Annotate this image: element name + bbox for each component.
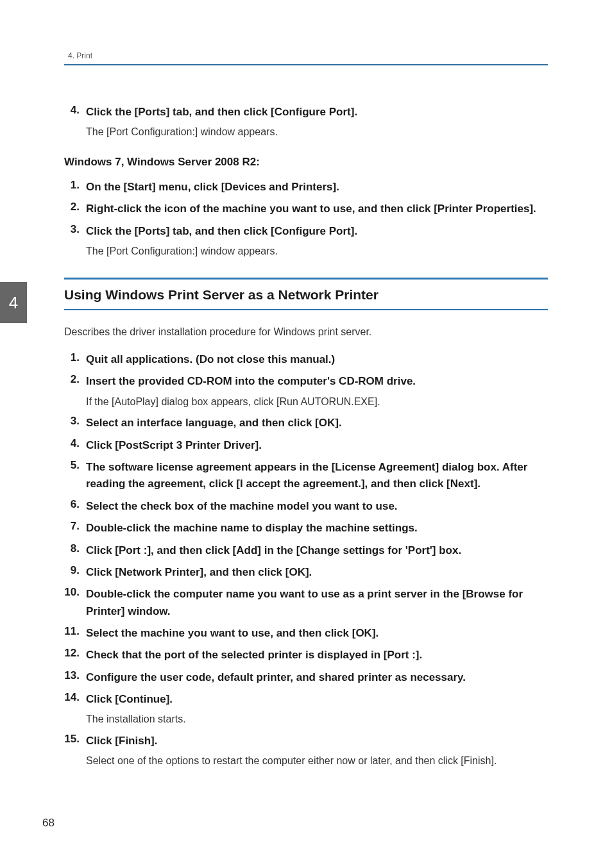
step-row: 13.Configure the user code, default prin…: [64, 669, 548, 686]
step-desc: The [Port Configuration:] window appears…: [86, 244, 548, 260]
step-body: Select the check box of the machine mode…: [86, 498, 548, 515]
step-number: 8.: [64, 542, 86, 559]
step-body: Check that the port of the selected prin…: [86, 647, 548, 664]
step-row: 6.Select the check box of the machine mo…: [64, 498, 548, 515]
step-title: Select an interface language, and then c…: [86, 415, 548, 431]
step-row: 15.Click [Finish].Select one of the opti…: [64, 733, 548, 769]
step-number: 14.: [64, 691, 86, 728]
step-row: 8.Click [Port :], and then click [Add] i…: [64, 542, 548, 559]
step-title: Select the machine you want to use, and …: [86, 625, 548, 642]
step-title: Click [Port :], and then click [Add] in …: [86, 542, 548, 559]
step-number: 3.: [64, 415, 86, 431]
step-title: Click [Continue].: [86, 691, 548, 708]
step-title: Check that the port of the selected prin…: [86, 647, 548, 664]
step-title: Quit all applications. (Do not close thi…: [86, 351, 548, 368]
step-number: 7.: [64, 520, 86, 537]
step-body: Select an interface language, and then c…: [86, 415, 548, 431]
step-body: Select the machine you want to use, and …: [86, 625, 548, 642]
step-number: 1.: [64, 179, 86, 196]
step-body: Double-click the machine name to display…: [86, 520, 548, 537]
step-row: 1.Quit all applications. (Do not close t…: [64, 351, 548, 368]
step-desc: The installation starts.: [86, 712, 548, 728]
step-body: Configure the user code, default printer…: [86, 669, 548, 686]
step-number: 11.: [64, 625, 86, 642]
section-intro: Describes the driver installation proced…: [64, 324, 548, 340]
step-body: Click [Finish].Select one of the options…: [86, 733, 548, 769]
step-row: 7.Double-click the machine name to displ…: [64, 520, 548, 537]
step-body: Insert the provided CD-ROM into the comp…: [86, 373, 548, 410]
step-row: 10.Double-click the computer name you wa…: [64, 586, 548, 620]
step-desc: The [Port Configuration:] window appears…: [86, 124, 548, 140]
step-row: 4.Click [PostScript 3 Printer Driver].: [64, 437, 548, 454]
step-row: 4. Click the [Ports] tab, and then click…: [64, 104, 548, 140]
step-number: 15.: [64, 733, 86, 769]
step-body: Click the [Ports] tab, and then click [C…: [86, 104, 548, 140]
step-body: Quit all applications. (Do not close thi…: [86, 351, 548, 368]
step-title: Click [PostScript 3 Printer Driver].: [86, 437, 548, 454]
step-title: Right-click the icon of the machine you …: [86, 201, 548, 217]
step-number: 4.: [64, 104, 86, 140]
step-row: 3. Click the [Ports] tab, and then click…: [64, 223, 548, 260]
step-body: Click [PostScript 3 Printer Driver].: [86, 437, 548, 454]
step-number: 13.: [64, 669, 86, 686]
step-body: Click [Network Printer], and then click …: [86, 564, 548, 581]
step-row: 2.Insert the provided CD-ROM into the co…: [64, 373, 548, 410]
step-row: 12.Check that the port of the selected p…: [64, 647, 548, 664]
step-number: 3.: [64, 223, 86, 260]
chapter-tab: 4: [0, 282, 27, 323]
running-head: 4. Print: [68, 51, 548, 60]
step-row: 5.The software license agreement appears…: [64, 459, 548, 493]
step-row: 11.Select the machine you want to use, a…: [64, 625, 548, 642]
step-title: The software license agreement appears i…: [86, 459, 548, 493]
header-rule: [64, 64, 548, 65]
step-row: 9.Click [Network Printer], and then clic…: [64, 564, 548, 581]
step-number: 5.: [64, 459, 86, 493]
sub-heading: Windows 7, Windows Server 2008 R2:: [64, 156, 548, 169]
step-title: Configure the user code, default printer…: [86, 669, 548, 686]
step-title: Double-click the computer name you want …: [86, 586, 548, 620]
step-body: Right-click the icon of the machine you …: [86, 201, 548, 217]
step-title: Click the [Ports] tab, and then click [C…: [86, 104, 548, 121]
step-number: 12.: [64, 647, 86, 664]
step-row: 14.Click [Continue].The installation sta…: [64, 691, 548, 728]
step-title: On the [Start] menu, click [Devices and …: [86, 179, 548, 196]
step-number: 2.: [64, 373, 86, 410]
step-number: 10.: [64, 586, 86, 620]
step-title: Select the check box of the machine mode…: [86, 498, 548, 515]
step-title: Click the [Ports] tab, and then click [C…: [86, 223, 548, 240]
steps-block-section: 1.Quit all applications. (Do not close t…: [64, 351, 548, 769]
step-number: 9.: [64, 564, 86, 581]
step-title: Double-click the machine name to display…: [86, 520, 548, 537]
page-number: 68: [42, 817, 55, 830]
step-number: 4.: [64, 437, 86, 454]
step-number: 6.: [64, 498, 86, 515]
step-number: 2.: [64, 201, 86, 217]
step-title: Click [Network Printer], and then click …: [86, 564, 548, 581]
steps-block-b: 1. On the [Start] menu, click [Devices a…: [64, 179, 548, 260]
page: 4. Print 4 4. Click the [Ports] tab, and…: [0, 0, 612, 868]
section-title: Using Windows Print Server as a Network …: [64, 280, 548, 309]
step-title: Click [Finish].: [86, 733, 548, 749]
step-body: Double-click the computer name you want …: [86, 586, 548, 620]
step-row: 2. Right-click the icon of the machine y…: [64, 201, 548, 217]
step-body: Click the [Ports] tab, and then click [C…: [86, 223, 548, 260]
step-body: The software license agreement appears i…: [86, 459, 548, 493]
step-body: On the [Start] menu, click [Devices and …: [86, 179, 548, 196]
section-rule-bottom: [64, 309, 548, 310]
step-row: 3.Select an interface language, and then…: [64, 415, 548, 431]
section-header: Using Windows Print Server as a Network …: [64, 278, 548, 310]
step-number: 1.: [64, 351, 86, 368]
step-desc: Select one of the options to restart the…: [86, 753, 548, 769]
step-title: Insert the provided CD-ROM into the comp…: [86, 373, 548, 390]
step-row: 1. On the [Start] menu, click [Devices a…: [64, 179, 548, 196]
step-desc: If the [AutoPlay] dialog box appears, cl…: [86, 394, 548, 410]
step-body: Click [Port :], and then click [Add] in …: [86, 542, 548, 559]
steps-block-a: 4. Click the [Ports] tab, and then click…: [64, 104, 548, 140]
step-body: Click [Continue].The installation starts…: [86, 691, 548, 728]
